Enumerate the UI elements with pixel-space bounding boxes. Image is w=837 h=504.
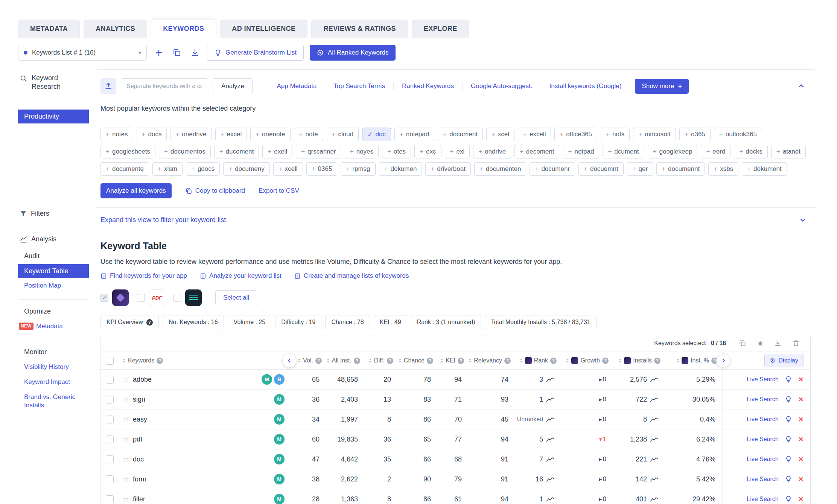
- copy-selected-icon[interactable]: [736, 338, 749, 348]
- keyword-chip[interactable]: docks: [734, 145, 767, 158]
- keyword-chip[interactable]: xsbs: [708, 162, 738, 176]
- keyword-chip[interactable]: documenten: [474, 162, 527, 176]
- kpi-overview[interactable]: KPI Overview ?: [100, 315, 159, 329]
- lightbulb-icon[interactable]: [785, 495, 792, 503]
- remove-keyword-icon[interactable]: ✕: [798, 455, 804, 463]
- remove-keyword-icon[interactable]: ✕: [798, 416, 804, 423]
- keyword-chip[interactable]: dcument: [603, 145, 644, 158]
- remove-keyword-icon[interactable]: ✕: [798, 396, 804, 404]
- expand-filter-row[interactable]: Expand this view to filter your keyword …: [95, 207, 816, 232]
- sidebar-item-keyword-impact[interactable]: Keyword Impact: [18, 375, 89, 390]
- column-header[interactable]: KEI ?: [438, 357, 469, 364]
- keyword-chip[interactable]: ondrive: [473, 145, 511, 158]
- live-search-link[interactable]: Live Search: [747, 476, 779, 483]
- row-checkbox[interactable]: [106, 435, 114, 443]
- keyword-chip[interactable]: documeny: [223, 162, 269, 176]
- row-checkbox[interactable]: [106, 475, 114, 483]
- research-source-link[interactable]: Google Auto-suggest.: [462, 82, 541, 90]
- column-header[interactable]: Inst. % ?: [665, 357, 722, 364]
- keyword-chip[interactable]: exl: [445, 145, 470, 158]
- info-icon[interactable]: ?: [504, 358, 511, 364]
- sort-icon[interactable]: [369, 357, 372, 364]
- tab[interactable]: METADATA: [18, 20, 80, 38]
- research-source-link[interactable]: Install keywords (Google): [541, 82, 630, 90]
- keyword-chip[interactable]: excell: [518, 128, 551, 141]
- sort-icon[interactable]: [566, 357, 569, 364]
- info-icon[interactable]: ?: [315, 358, 322, 364]
- table-scroll-left-button[interactable]: [282, 353, 297, 368]
- keyword-chip[interactable]: xcel: [486, 128, 514, 141]
- keyword-chip[interactable]: documentos: [159, 145, 211, 158]
- app-checkbox-pdffiller[interactable]: [137, 294, 145, 302]
- sidebar-item-visibility-history[interactable]: Visibility History: [18, 359, 89, 375]
- keyword-chip[interactable]: exell: [262, 145, 292, 158]
- star-icon[interactable]: ☆: [123, 415, 129, 424]
- keyword-chip[interactable]: dokument: [742, 162, 787, 176]
- keyword-chip[interactable]: nots: [601, 128, 630, 141]
- collapse-section-icon[interactable]: [797, 82, 805, 90]
- keyword-chip[interactable]: googlesheets: [100, 145, 155, 158]
- live-search-link[interactable]: Live Search: [747, 396, 779, 403]
- row-checkbox[interactable]: [106, 495, 114, 503]
- keyword-chip[interactable]: rpmsg: [341, 162, 375, 176]
- keyword-chip[interactable]: note: [294, 128, 323, 141]
- star-icon[interactable]: ☆: [123, 375, 129, 384]
- keyword-chip[interactable]: excel: [215, 128, 247, 141]
- keyword-chip[interactable]: doc: [362, 128, 391, 141]
- star-icon[interactable]: ☆: [123, 435, 129, 444]
- keyword-chip[interactable]: decoment: [514, 145, 560, 158]
- copy-to-clipboard-link[interactable]: Copy to clipboard: [185, 187, 245, 195]
- keyword-chip[interactable]: eord: [701, 145, 730, 158]
- research-source-link[interactable]: Ranked Keywords: [393, 82, 462, 90]
- installs-chart-icon[interactable]: [650, 377, 658, 382]
- column-header[interactable]: Installs ?: [613, 357, 665, 364]
- tab[interactable]: REVIEWS & RATINGS: [311, 20, 408, 38]
- column-header[interactable]: Rank ?: [515, 357, 561, 364]
- sort-icon[interactable]: [440, 357, 443, 364]
- app-checkbox-third[interactable]: [173, 294, 181, 302]
- app-icon-acrobat[interactable]: [112, 289, 129, 306]
- keyword-chip[interactable]: ducoment: [214, 145, 259, 158]
- keyword-chip[interactable]: documennt: [656, 162, 705, 176]
- keyword-chip[interactable]: xlsm: [152, 162, 183, 176]
- row-checkbox[interactable]: [106, 396, 114, 404]
- display-button[interactable]: ⚙ Display: [764, 354, 804, 367]
- installs-chart-icon[interactable]: [650, 417, 658, 422]
- keyword-chip[interactable]: exc: [414, 145, 441, 158]
- show-more-button[interactable]: Show more +: [635, 79, 689, 94]
- download-list-button[interactable]: [189, 47, 201, 59]
- rank-chart-icon[interactable]: [546, 457, 554, 462]
- sidebar-item-position-map[interactable]: Position Map: [18, 278, 89, 293]
- analyze-all-keywords-button[interactable]: Analyze all keywords: [100, 183, 172, 198]
- sidebar-item-audit[interactable]: Audit: [18, 249, 89, 263]
- live-search-link[interactable]: Live Search: [747, 496, 779, 502]
- column-header[interactable]: Diff. ?: [365, 357, 398, 364]
- sidebar-item-keyword-research[interactable]: Keyword Research: [18, 73, 89, 91]
- keyword-chip[interactable]: document: [438, 128, 483, 141]
- download-selected-icon[interactable]: [771, 338, 785, 348]
- info-icon[interactable]: ?: [387, 358, 393, 364]
- installs-chart-icon[interactable]: [650, 457, 658, 462]
- column-header[interactable]: Chance ?: [398, 357, 438, 364]
- keyword-chip[interactable]: otes: [382, 145, 411, 158]
- keyword-chip[interactable]: docs: [137, 128, 167, 141]
- sidebar-item-filters[interactable]: Filters: [18, 209, 89, 219]
- keywords-list-selector[interactable]: Keywords List # 1 (16) ▾: [18, 45, 147, 61]
- keyword-chip[interactable]: mircosoft: [633, 128, 676, 141]
- sort-icon[interactable]: [298, 357, 301, 364]
- rank-chart-icon[interactable]: [546, 377, 554, 382]
- select-all-rows-checkbox[interactable]: [106, 357, 114, 365]
- star-selected-icon[interactable]: ★: [754, 338, 767, 348]
- star-icon[interactable]: ☆: [123, 475, 129, 484]
- sidebar-item-analysis[interactable]: Analysis: [18, 234, 89, 244]
- row-checkbox[interactable]: [106, 455, 114, 463]
- lightbulb-icon[interactable]: [785, 455, 792, 463]
- app-icon-third[interactable]: [185, 289, 202, 306]
- sort-icon[interactable]: [469, 357, 472, 364]
- info-icon[interactable]: ?: [458, 358, 464, 364]
- analyze-button[interactable]: Analyze: [213, 78, 253, 94]
- keyword-chip[interactable]: o365: [679, 128, 711, 141]
- sidebar-item-optimize[interactable]: Optimize: [18, 304, 89, 319]
- star-icon[interactable]: ☆: [123, 455, 129, 464]
- keyword-chip[interactable]: xcell: [273, 162, 303, 176]
